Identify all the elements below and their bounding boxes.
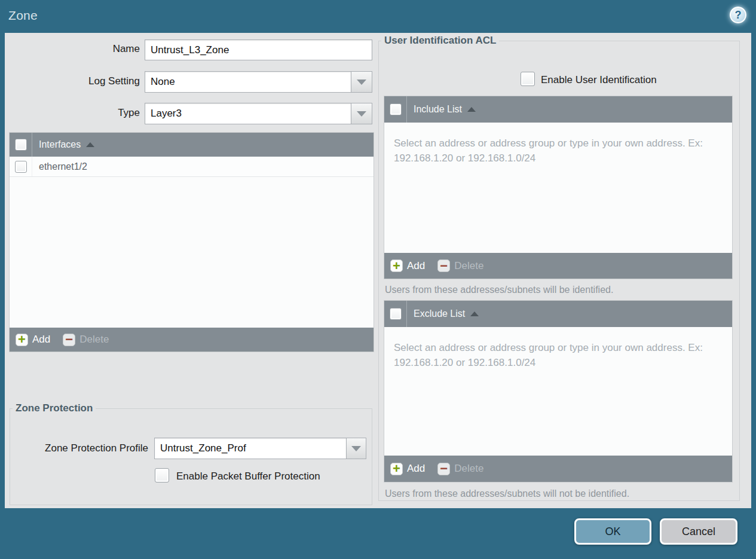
sort-ascending-icon (86, 142, 94, 147)
cancel-button[interactable]: Cancel (660, 518, 737, 545)
log-setting-label: Log Setting (36, 75, 140, 87)
exclude-select-all-checkbox[interactable] (390, 308, 402, 320)
zone-protection-profile-dropdown-button[interactable] (346, 438, 366, 459)
exclude-list-header[interactable]: Exclude List (384, 301, 732, 327)
add-icon: + (16, 334, 28, 346)
dialog-title: Zone (8, 8, 38, 23)
type-input[interactable] (145, 103, 351, 124)
include-select-all-checkbox[interactable] (390, 103, 402, 115)
delete-include-button[interactable]: − Delete (437, 259, 483, 272)
chevron-down-icon (357, 111, 366, 117)
delete-interface-button[interactable]: − Delete (63, 334, 109, 346)
enable-user-identification-label: Enable User Identification (541, 74, 657, 86)
delete-button-label: Delete (454, 260, 483, 272)
exclude-list-table: Exclude List Select an address or addres… (384, 301, 732, 482)
include-list-body: Select an address or address group or ty… (384, 123, 732, 253)
table-row[interactable]: ethernet1/2 (10, 157, 374, 177)
add-include-button[interactable]: + Add (390, 259, 425, 272)
interfaces-table-footer: + Add − Delete (10, 328, 374, 352)
add-interface-button[interactable]: + Add (16, 334, 50, 346)
include-list-table: Include List Select an address or addres… (384, 96, 732, 279)
enable-user-identification-checkbox[interactable] (521, 72, 535, 86)
include-list-footer: + Add − Delete (384, 253, 732, 279)
interfaces-table: Interfaces ethernet1/2 + Add − Delete (10, 133, 374, 352)
exclude-list-note: Users from these addresses/subnets will … (385, 488, 729, 499)
exclude-list-column-header: Exclude List (414, 308, 465, 319)
exclude-list-body: Select an address or address group or ty… (384, 327, 732, 456)
delete-exclude-button[interactable]: − Delete (437, 463, 483, 475)
interfaces-select-all-checkbox[interactable] (15, 139, 27, 151)
delete-button-label: Delete (454, 463, 483, 475)
zone-protection-legend: Zone Protection (13, 402, 96, 414)
user-identification-acl-fieldset: User Identification ACL Enable User Iden… (378, 35, 740, 501)
add-icon: + (390, 463, 403, 475)
zone-protection-profile-label: Zone Protection Profile (25, 442, 148, 454)
zone-dialog-body: Name Log Setting Type Interfaces etherne… (5, 33, 751, 508)
type-dropdown-button[interactable] (351, 103, 372, 124)
interfaces-column-header: Interfaces (39, 139, 81, 150)
delete-icon: − (437, 259, 450, 272)
chevron-down-icon (351, 446, 361, 451)
include-list-placeholder: Select an address or address group or ty… (394, 136, 723, 166)
delete-button-label: Delete (79, 334, 109, 346)
name-label: Name (36, 43, 140, 55)
zone-protection-fieldset: Zone Protection Zone Protection Profile … (10, 402, 372, 505)
include-list-note: Users from these addresses/subnets will … (385, 285, 729, 295)
add-exclude-button[interactable]: + Add (390, 463, 425, 475)
enable-packet-buffer-protection-checkbox[interactable] (155, 468, 169, 482)
sort-ascending-icon (470, 311, 479, 316)
delete-icon: − (437, 463, 450, 475)
add-button-label: Add (32, 334, 50, 346)
add-button-label: Add (407, 463, 425, 475)
name-input[interactable] (145, 39, 372, 60)
interfaces-table-header[interactable]: Interfaces (10, 133, 374, 157)
add-button-label: Add (407, 260, 425, 272)
log-setting-dropdown-button[interactable] (351, 71, 372, 93)
delete-icon: − (63, 334, 75, 346)
ok-button[interactable]: OK (574, 518, 651, 545)
include-list-column-header: Include List (414, 104, 462, 115)
interface-name: ethernet1/2 (39, 161, 87, 172)
row-checkbox[interactable] (15, 161, 27, 173)
zone-protection-profile-input[interactable] (154, 438, 347, 459)
help-icon[interactable]: ? (730, 7, 746, 23)
user-identification-acl-legend: User Identification ACL (381, 35, 499, 47)
interfaces-table-body: ethernet1/2 (10, 157, 374, 328)
type-label: Type (36, 107, 140, 119)
exclude-list-placeholder: Select an address or address group or ty… (394, 340, 723, 370)
sort-ascending-icon (467, 107, 476, 112)
add-icon: + (390, 259, 403, 272)
log-setting-input[interactable] (145, 71, 351, 93)
include-list-header[interactable]: Include List (384, 96, 732, 123)
chevron-down-icon (357, 80, 366, 85)
exclude-list-footer: + Add − Delete (384, 456, 732, 482)
enable-packet-buffer-protection-label: Enable Packet Buffer Protection (176, 471, 320, 482)
